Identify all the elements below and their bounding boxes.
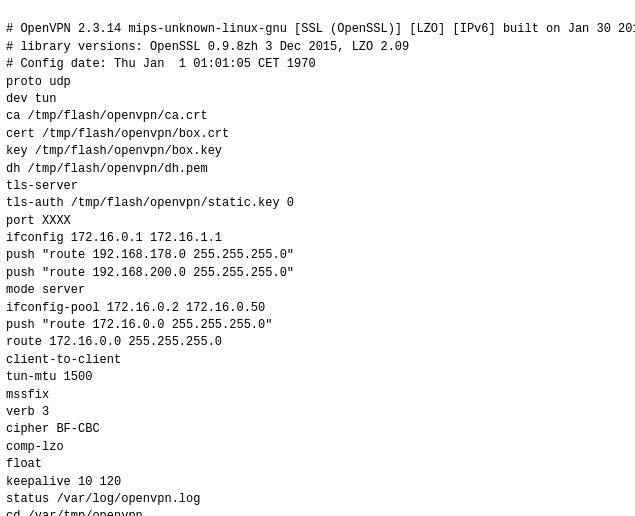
config-line-3: proto udp (6, 74, 629, 91)
config-line-9: tls-server (6, 178, 629, 195)
config-line-7: key /tmp/flash/openvpn/box.key (6, 143, 629, 160)
config-display: # OpenVPN 2.3.14 mips-unknown-linux-gnu … (0, 0, 635, 516)
config-line-15: mode server (6, 282, 629, 299)
config-line-8: dh /tmp/flash/openvpn/dh.pem (6, 161, 629, 178)
config-line-28: cd /var/tmp/openvpn (6, 508, 629, 516)
config-line-16: ifconfig-pool 172.16.0.2 172.16.0.50 (6, 300, 629, 317)
config-line-17: push "route 172.16.0.0 255.255.255.0" (6, 317, 629, 334)
config-line-0: # OpenVPN 2.3.14 mips-unknown-linux-gnu … (6, 21, 629, 38)
config-line-25: float (6, 456, 629, 473)
config-line-22: verb 3 (6, 404, 629, 421)
config-line-23: cipher BF-CBC (6, 421, 629, 438)
config-line-6: cert /tmp/flash/openvpn/box.crt (6, 126, 629, 143)
config-line-24: comp-lzo (6, 439, 629, 456)
config-line-2: # Config date: Thu Jan 1 01:01:05 CET 19… (6, 56, 629, 73)
config-line-18: route 172.16.0.0 255.255.255.0 (6, 334, 629, 351)
config-line-14: push "route 192.168.200.0 255.255.255.0" (6, 265, 629, 282)
config-line-11: port XXXX (6, 213, 629, 230)
config-line-19: client-to-client (6, 352, 629, 369)
config-line-27: status /var/log/openvpn.log (6, 491, 629, 508)
config-line-1: # library versions: OpenSSL 0.9.8zh 3 De… (6, 39, 629, 56)
config-line-4: dev tun (6, 91, 629, 108)
config-line-20: tun-mtu 1500 (6, 369, 629, 386)
config-line-21: mssfix (6, 387, 629, 404)
config-line-10: tls-auth /tmp/flash/openvpn/static.key 0 (6, 195, 629, 212)
config-line-13: push "route 192.168.178.0 255.255.255.0" (6, 247, 629, 264)
config-line-5: ca /tmp/flash/openvpn/ca.crt (6, 108, 629, 125)
config-line-26: keepalive 10 120 (6, 474, 629, 491)
config-line-12: ifconfig 172.16.0.1 172.16.1.1 (6, 230, 629, 247)
